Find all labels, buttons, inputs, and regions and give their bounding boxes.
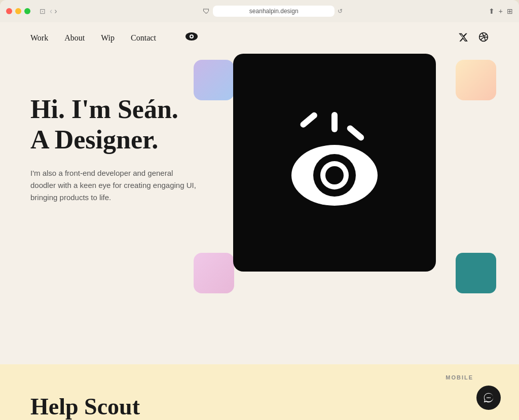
svg-rect-5 xyxy=(299,111,318,129)
reload-icon[interactable]: ↺ xyxy=(338,8,343,15)
window-controls: ⊡ xyxy=(40,7,46,15)
eye-illustration xyxy=(264,92,405,234)
traffic-lights xyxy=(6,8,30,14)
close-button[interactable] xyxy=(6,8,12,14)
maximize-button[interactable] xyxy=(24,8,30,14)
site-nav: Work About Wip Contact xyxy=(0,22,519,54)
nav-about[interactable]: About xyxy=(64,33,85,43)
svg-point-10 xyxy=(325,166,344,184)
website-content: Work About Wip Contact xyxy=(0,22,519,420)
bottom-section: MOBILE Help Scout xyxy=(0,364,519,420)
url-input[interactable] xyxy=(213,6,335,17)
deco-pink-square xyxy=(194,253,234,293)
nav-right-icons xyxy=(458,32,489,45)
svg-point-11 xyxy=(487,397,488,398)
svg-rect-4 xyxy=(331,112,338,132)
nav-contact[interactable]: Contact xyxy=(131,33,156,43)
mobile-label: MOBILE xyxy=(446,374,473,380)
address-bar: 🛡 ↺ xyxy=(92,6,454,17)
eye-nav-icon[interactable] xyxy=(184,31,199,45)
minimize-button[interactable] xyxy=(15,8,21,14)
bottom-heading: Help Scout xyxy=(30,393,140,420)
hero-section: Hi. I'm Seán. A Designer. I'm also a fro… xyxy=(0,54,519,364)
sidebar-toggle-icon[interactable]: ⊡ xyxy=(40,7,46,15)
nav-buttons: ‹ › xyxy=(50,7,57,16)
forward-button[interactable]: › xyxy=(54,7,57,16)
hero-text: Hi. I'm Seán. A Designer. I'm also a fro… xyxy=(30,64,198,204)
browser-actions: ⬆ + ⊞ xyxy=(489,7,513,15)
svg-point-12 xyxy=(488,397,489,398)
grid-view-icon[interactable]: ⊞ xyxy=(507,7,513,15)
deco-peach-square xyxy=(456,60,496,100)
new-tab-icon[interactable]: + xyxy=(499,7,503,15)
hero-subtext: I'm also a front-end developer and gener… xyxy=(30,167,198,204)
hero-heading: Hi. I'm Seán. A Designer. xyxy=(30,94,198,155)
back-button[interactable]: ‹ xyxy=(50,7,52,16)
nav-wip[interactable]: Wip xyxy=(101,33,115,43)
dribbble-icon[interactable] xyxy=(478,32,489,45)
shield-icon: 🛡 xyxy=(203,7,210,15)
svg-point-13 xyxy=(490,397,491,398)
deco-teal-square xyxy=(456,253,496,293)
svg-point-2 xyxy=(191,35,193,37)
share-icon[interactable]: ⬆ xyxy=(489,7,495,15)
nav-links: Work About Wip Contact xyxy=(30,31,199,45)
nav-work[interactable]: Work xyxy=(30,33,48,43)
deco-purple-square xyxy=(194,60,234,100)
hero-black-card xyxy=(233,54,436,272)
twitter-icon[interactable] xyxy=(458,32,468,44)
chat-button[interactable] xyxy=(476,386,501,410)
svg-rect-6 xyxy=(346,124,365,142)
